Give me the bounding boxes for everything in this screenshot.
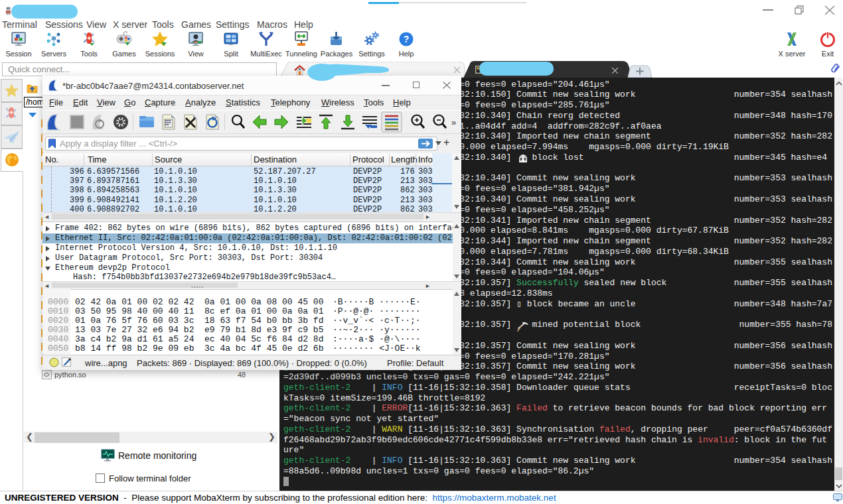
svg-text:»: » <box>451 117 456 127</box>
svg-text:?: ? <box>404 34 410 44</box>
